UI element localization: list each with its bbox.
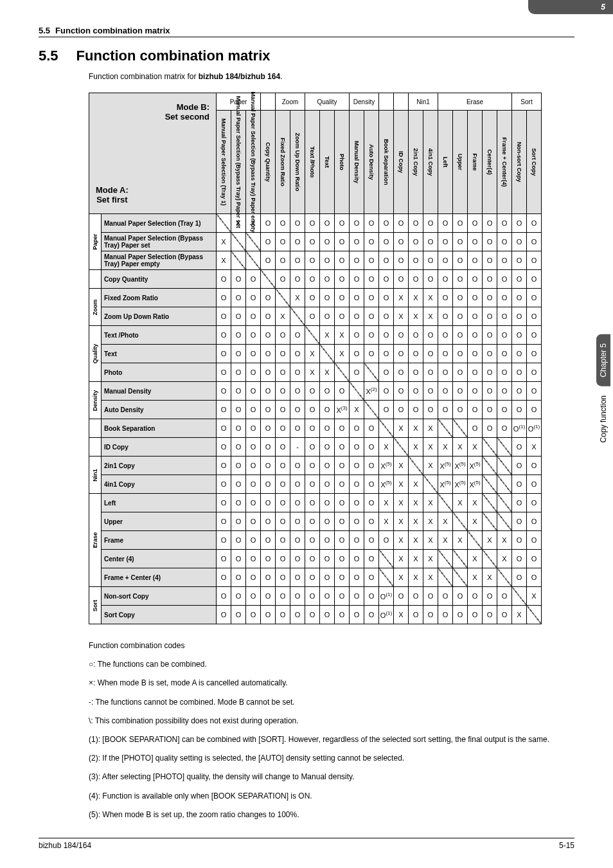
matrix-cell: O	[379, 289, 394, 307]
matrix-cell: O	[261, 568, 276, 587]
matrix-cell: O	[217, 606, 231, 624]
matrix-cell: O	[320, 289, 335, 307]
matrix-cell: O	[217, 457, 231, 475]
chapter-thumb-num: 5	[601, 3, 605, 12]
matrix-cell: X	[409, 289, 423, 307]
col-header: Frame + Center(4)	[497, 111, 512, 214]
matrix-cell: O	[261, 214, 276, 233]
matrix-cell: O	[305, 401, 320, 419]
matrix-cell: -	[290, 438, 305, 457]
matrix-cell: X	[276, 307, 290, 326]
matrix-cell: O	[453, 214, 468, 233]
matrix-cell: X	[527, 587, 542, 606]
matrix-cell: O	[320, 568, 335, 587]
matrix-cell	[350, 382, 364, 401]
matrix-cell: X	[379, 438, 394, 457]
matrix-cell	[231, 251, 246, 270]
footer: bizhub 184/164 5-15	[39, 838, 574, 850]
matrix-cell: O	[276, 363, 290, 382]
matrix-cell: O	[290, 606, 305, 624]
matrix-cell: X	[409, 512, 423, 531]
matrix-cell	[438, 568, 453, 587]
matrix-cell: O	[305, 419, 320, 438]
matrix-cell: X	[438, 512, 453, 531]
matrix-cell: O	[335, 587, 350, 606]
matrix-cell: O	[276, 214, 290, 233]
row-header: 4in1 Copy	[102, 475, 217, 494]
matrix-cell: O	[335, 568, 350, 587]
matrix-cell: O	[527, 363, 542, 382]
matrix: Mode B:Set secondMode A:Set firstPaperZo…	[89, 93, 574, 624]
matrix-cell: X	[453, 438, 468, 457]
matrix-cell: O	[453, 606, 468, 624]
matrix-cell: O	[350, 587, 364, 606]
row-group: Zoom	[89, 289, 102, 326]
matrix-cell: O	[497, 345, 512, 363]
matrix-cell: X	[335, 345, 350, 363]
matrix-cell: O	[512, 233, 527, 251]
matrix-cell: X	[394, 606, 409, 624]
matrix-cell: X	[394, 568, 409, 587]
matrix-cell: O	[261, 289, 276, 307]
matrix-cell: O	[423, 214, 438, 233]
matrix-cell: O	[438, 214, 453, 233]
matrix-cell: O	[379, 382, 394, 401]
col-header: 4in1 Copy	[423, 111, 438, 214]
matrix-cell	[246, 233, 261, 251]
matrix-cell: O	[335, 512, 350, 531]
col-header: Sort Copy	[527, 111, 542, 214]
matrix-cell: O	[335, 270, 350, 289]
matrix-cell: O	[512, 494, 527, 512]
matrix-cell: X	[290, 289, 305, 307]
matrix-cell: O	[468, 214, 483, 233]
matrix-cell: O	[320, 382, 335, 401]
matrix-cell: O	[320, 419, 335, 438]
matrix-cell: O	[276, 550, 290, 568]
matrix-cell: O	[350, 326, 364, 345]
matrix-cell: O	[527, 550, 542, 568]
matrix-cell: O	[261, 363, 276, 382]
matrix-cell: O	[290, 494, 305, 512]
matrix-cell: O	[276, 401, 290, 419]
matrix-cell: X	[483, 531, 497, 550]
matrix-cell: O	[438, 270, 453, 289]
matrix-cell: O	[305, 251, 320, 270]
matrix-cell: O	[409, 363, 423, 382]
matrix-cell	[497, 475, 512, 494]
matrix-cell: O	[483, 606, 497, 624]
matrix-cell: O	[350, 606, 364, 624]
matrix-cell: O	[246, 587, 261, 606]
matrix-cell: O	[305, 307, 320, 326]
matrix-cell: O	[305, 606, 320, 624]
code-line: (4): Function is available only when [BO…	[89, 790, 574, 802]
row-header: Book Separation	[102, 419, 217, 438]
matrix-cell: X	[394, 475, 409, 494]
matrix-cell: O	[364, 251, 379, 270]
matrix-cell: X	[409, 550, 423, 568]
matrix-cell: O	[276, 251, 290, 270]
matrix-cell: O	[379, 251, 394, 270]
matrix-cell: O	[335, 233, 350, 251]
row-group: Erase	[89, 494, 102, 587]
matrix-cell: X(5)	[468, 457, 483, 475]
matrix-cell	[231, 233, 246, 251]
matrix-cell: X	[468, 568, 483, 587]
matrix-cell: O	[497, 251, 512, 270]
chapter-thumb: 5	[528, 0, 613, 14]
code-line: \: This combination possibility does not…	[89, 715, 574, 727]
matrix-cell: O	[276, 270, 290, 289]
matrix-cell: O	[290, 382, 305, 401]
row-header: Text /Photo	[102, 326, 217, 345]
matrix-cell: O	[527, 531, 542, 550]
matrix-cell: X(5)	[379, 475, 394, 494]
matrix-cell: O	[409, 251, 423, 270]
matrix-cell: O(1)	[379, 606, 394, 624]
matrix-cell: O	[497, 233, 512, 251]
matrix-cell: O	[438, 307, 453, 326]
matrix-cell: O	[438, 606, 453, 624]
matrix-cell: O	[246, 531, 261, 550]
row-group	[89, 419, 102, 438]
matrix-cell: O	[409, 345, 423, 363]
matrix-cell: O	[453, 382, 468, 401]
matrix-cell: O	[335, 550, 350, 568]
